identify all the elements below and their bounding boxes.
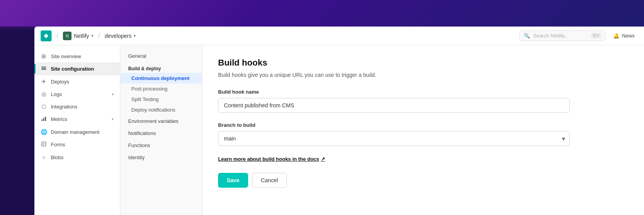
sidebar-item-site-configuration[interactable]: Site configuration [34,62,120,75]
sidebar-label-site-configuration: Site configuration [51,66,94,72]
sec-nav-build-deploy-label: Build & deploy [128,66,161,71]
sidebar-item-site-overview[interactable]: ⊞ Site overview [34,50,120,62]
cancel-button[interactable]: Cancel [252,173,287,188]
search-placeholder: Search Netlify... [533,33,588,39]
topbar-right: 🔍 Search Netlify... ⌘K 🔔 News [519,30,638,41]
branch-label: Branch to build [218,122,628,128]
breadcrumb-separator-2: / [98,32,100,40]
sidebar-item-blobs[interactable]: ○ Blobs [34,151,120,163]
sec-nav-general[interactable]: General [120,50,202,62]
search-bar[interactable]: 🔍 Search Netlify... ⌘K [519,30,605,41]
breadcrumb-separator: / [56,32,58,40]
sec-nav-functions[interactable]: Functions [120,139,202,151]
news-button[interactable]: 🔔 News [610,31,638,40]
sec-nav-continuous-deployment-label: Continuous deployment [131,75,190,81]
config-icon [41,66,47,72]
branch-select-wrap: main develop staging ▾ [218,131,570,146]
blobs-icon: ○ [41,154,47,160]
background-gradient [0,0,644,29]
sec-nav-general-label: General [128,53,146,59]
topbar: / N Netlify ▾ / developers ▾ 🔍 Search Ne… [34,27,644,45]
icon-sidebar [0,27,34,215]
forms-icon [41,141,47,148]
netlify-home-icon[interactable] [41,30,52,41]
sec-nav-deploy-notifications-label: Deploy notifications [131,107,175,113]
sec-nav-functions-label: Functions [128,142,150,148]
svg-rect-0 [41,67,46,68]
logs-icon: ◎ [41,91,47,97]
team-name: developers [105,33,132,39]
news-label: News [622,33,635,39]
sec-nav-post-processing[interactable]: Post processing [120,84,202,94]
brand-icon: N [63,32,72,40]
sidebar-item-domain-management[interactable]: 🌐 Domain management [34,126,120,138]
sidebar-label-blobs: Blobs [51,155,64,160]
team-selector[interactable]: developers ▾ [105,33,136,39]
button-row: Save Cancel [218,173,628,188]
sec-nav-post-processing-label: Post processing [131,86,168,92]
sec-nav-notifications[interactable]: Notifications [120,127,202,139]
secondary-sidebar: General Build & deploy Continuous deploy… [120,45,202,215]
brand-selector[interactable]: N Netlify ▾ [63,32,93,40]
hook-name-group: Build hook name [218,89,628,113]
sidebar-label-domain-management: Domain management [51,129,99,135]
svg-rect-2 [41,69,46,70]
page-title: Build hooks [218,58,628,68]
branch-group: Branch to build main develop staging ▾ [218,122,628,146]
deploy-icon: ✈ [41,78,47,85]
sidebar-label-logs: Logs [51,91,62,97]
sec-nav-identity-label: Identity [128,155,145,160]
save-button[interactable]: Save [218,173,248,188]
sidebar-item-forms[interactable]: Forms [34,138,120,151]
learn-more-text: Learn more about build hooks in the docs [218,156,319,162]
sidebar-label-metrics: Metrics [51,116,67,122]
brand-name: Netlify [74,33,89,39]
main-layout: ⊞ Site overview Site configuration ✈ Dep… [34,45,644,215]
grid-icon: ⊞ [41,53,47,59]
sidebar-item-deploys[interactable]: ✈ Deploys [34,75,120,88]
metrics-icon [41,116,47,123]
sidebar-item-logs[interactable]: ◎ Logs ▾ [34,88,120,100]
app-container: / N Netlify ▾ / developers ▾ 🔍 Search Ne… [34,27,644,215]
sec-nav-split-testing[interactable]: Split Testing [120,94,202,105]
sec-nav-notifications-label: Notifications [128,130,156,136]
external-link-icon: ↗ [321,156,325,162]
logs-chevron-icon: ▾ [112,92,114,96]
sec-nav-continuous-deployment[interactable]: Continuous deployment [120,73,202,84]
hook-name-label: Build hook name [218,89,628,95]
svg-rect-3 [41,119,43,121]
page-description: Build hooks give you a unique URL you ca… [218,72,628,78]
search-icon: 🔍 [524,33,530,39]
svg-rect-1 [41,68,46,69]
sidebar-label-deploys: Deploys [51,79,69,85]
sidebar-item-metrics[interactable]: Metrics ▾ [34,113,120,126]
primary-sidebar: ⊞ Site overview Site configuration ✈ Dep… [34,45,120,215]
sidebar-label-integrations: Integrations [51,104,77,110]
sec-nav-deploy-notifications[interactable]: Deploy notifications [120,105,202,115]
metrics-chevron-icon: ▾ [112,117,114,121]
hook-name-input[interactable] [218,98,570,113]
sec-nav-build-deploy-header: Build & deploy [120,62,202,73]
domain-icon: 🌐 [41,129,47,135]
sidebar-label-site-overview: Site overview [51,53,81,59]
sec-nav-environment-variables[interactable]: Environment variables [120,115,202,127]
sec-nav-split-testing-label: Split Testing [131,96,159,102]
svg-rect-4 [43,118,45,121]
svg-rect-5 [45,117,46,121]
learn-more-link[interactable]: Learn more about build hooks in the docs… [218,156,325,162]
search-shortcut: ⌘K [591,33,601,39]
sec-nav-environment-variables-label: Environment variables [128,118,179,124]
sidebar-item-integrations[interactable]: ⬡ Integrations [34,100,120,113]
brand-chevron-icon: ▾ [91,34,93,38]
sec-nav-identity[interactable]: Identity [120,151,202,163]
team-chevron-icon: ▾ [134,34,136,38]
integrations-icon: ⬡ [41,103,47,110]
sidebar-label-forms: Forms [51,142,65,147]
main-content: Build hooks Build hooks give you a uniqu… [202,45,644,215]
bell-icon: 🔔 [613,33,619,39]
branch-select[interactable]: main develop staging [218,131,570,146]
